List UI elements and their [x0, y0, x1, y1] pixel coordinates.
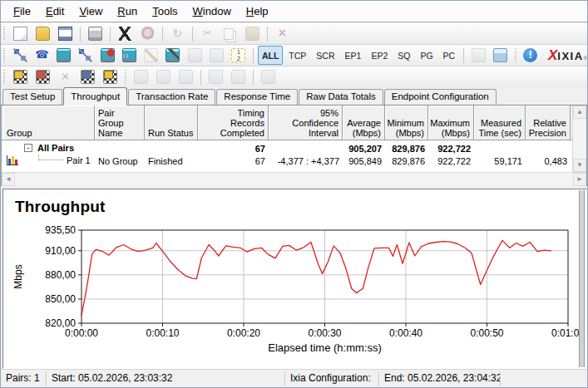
menu-view[interactable]: View: [72, 2, 110, 20]
pair-chart-icon: [7, 155, 18, 165]
group-topology-button[interactable]: [77, 67, 98, 86]
filter-tcp-button[interactable]: TCP: [284, 46, 310, 65]
toolbar-separator: [267, 27, 268, 42]
reorder-list-button[interactable]: [258, 67, 279, 86]
toolbar-groups: [1, 66, 587, 88]
add-test-group-button[interactable]: [10, 67, 31, 86]
filter-ep2-button[interactable]: EP2: [367, 46, 392, 65]
vertical-scrollbar[interactable]: [572, 106, 586, 172]
collapse-toggle[interactable]: -: [24, 144, 32, 152]
tree-connector: [38, 155, 63, 160]
open-icon: [36, 27, 50, 41]
edit-pair-button[interactable]: [141, 46, 161, 65]
horizontal-scrollbar[interactable]: [2, 172, 586, 186]
menu-edit[interactable]: Edit: [38, 2, 72, 20]
gen-icon: [231, 70, 245, 84]
tab-response-time[interactable]: Response Time: [216, 89, 298, 105]
menu-help[interactable]: Help: [239, 2, 276, 20]
show-endpoint-window-button[interactable]: [468, 46, 488, 65]
add-video-pair-button[interactable]: [53, 46, 73, 65]
scroll-down-button[interactable]: [573, 159, 586, 172]
swap-endpoints-button[interactable]: [206, 46, 226, 65]
refresh-run-button[interactable]: [167, 24, 188, 43]
scroll-left-button[interactable]: [2, 173, 15, 186]
add-video-multicast-group-button[interactable]: [97, 46, 117, 65]
horizontal-scroll-track[interactable]: [15, 173, 573, 186]
apply-group-button[interactable]: [175, 67, 196, 86]
y-axis-label: Mbps: [12, 264, 24, 288]
renumber-pairs-button[interactable]: [229, 46, 249, 65]
open-test-button[interactable]: [32, 24, 53, 43]
run-icon: [118, 27, 132, 41]
tab-endpoint-configuration[interactable]: Endpoint Configuration: [384, 89, 497, 105]
group-schedule-button[interactable]: [100, 67, 121, 86]
filter-scr-button[interactable]: SCR: [312, 46, 338, 65]
group-label: All Pairs: [37, 143, 74, 153]
menu-file[interactable]: File: [6, 2, 38, 20]
menu-run[interactable]: Run: [110, 2, 145, 20]
table-row-pair-1[interactable]: Pair 1No GroupFinished67-4,377 : +4,3779…: [2, 155, 586, 167]
edit-run-options-button[interactable]: [163, 46, 183, 65]
swap-group-button[interactable]: [131, 67, 151, 86]
column-header-relative_precision: Relative Precision: [526, 106, 571, 140]
view-tabs: Test SetupThroughputTransaction RateResp…: [1, 87, 587, 106]
add-voip-pair-button[interactable]: [32, 46, 52, 65]
filter-ep1-button[interactable]: EP1: [341, 46, 366, 65]
cell-minimum: 829,876: [385, 144, 428, 154]
column-header-average: Average (Mbps): [343, 106, 385, 140]
vertical-scroll-track[interactable]: [573, 119, 586, 159]
filter-all-button[interactable]: ALL: [258, 46, 283, 65]
cut-button[interactable]: [197, 24, 218, 43]
toolbar-separator: [80, 27, 81, 42]
stop-test-button[interactable]: [137, 24, 158, 43]
new-test-button[interactable]: [10, 24, 31, 43]
filter-pc-button[interactable]: PC: [439, 46, 460, 65]
tab-transaction-rate[interactable]: Transaction Rate: [128, 89, 215, 105]
copy-button[interactable]: [220, 24, 240, 43]
chk-icon: [103, 70, 117, 84]
scroll-right-button[interactable]: [573, 173, 586, 186]
add-hardware-pair-button[interactable]: [119, 46, 139, 65]
delete-button[interactable]: [272, 24, 293, 43]
x-tick-label: 0:00:10: [146, 327, 179, 339]
table-row-all-pairs[interactable]: -All Pairs67905,207829,876922,722: [2, 142, 586, 155]
stop-icon: [141, 27, 155, 41]
resize-group-button[interactable]: [153, 67, 174, 86]
pen-tv-icon: [166, 48, 180, 62]
toolbar-separator: [463, 48, 464, 63]
status-pairs: Pairs: 1: [1, 370, 46, 387]
tv-fast-icon: [122, 48, 136, 62]
scroll-up-button[interactable]: [573, 106, 586, 119]
status-end: End: 05.02.2026, 23:04:32: [379, 370, 500, 387]
tab-test-setup[interactable]: Test Setup: [2, 89, 62, 105]
tab-raw-data-totals[interactable]: Raw Data Totals: [299, 89, 383, 105]
delete-test-group-button[interactable]: [55, 67, 76, 86]
add-pair-button[interactable]: [10, 46, 30, 65]
menu-tools[interactable]: Tools: [145, 2, 185, 20]
filter-pg-button[interactable]: PG: [416, 46, 437, 65]
gen-icon: [134, 70, 148, 84]
unlink-pairs-button[interactable]: [228, 67, 249, 86]
edit-test-group-button[interactable]: [32, 67, 53, 86]
save-test-button[interactable]: [55, 24, 76, 43]
print-button[interactable]: [85, 24, 106, 43]
cell-minimum: 829,876: [385, 156, 428, 166]
column-header-group: Group: [3, 106, 95, 140]
link-pairs-button[interactable]: [205, 67, 226, 86]
replicate-pair-button[interactable]: [185, 46, 205, 65]
add-multicast-group-button[interactable]: [76, 46, 96, 65]
gen-icon: [156, 70, 170, 84]
about-info-button[interactable]: [521, 46, 541, 65]
cell-timing_records: 67: [198, 144, 269, 154]
run-test-button[interactable]: [115, 24, 136, 43]
x-tick-label: 0:00:30: [308, 327, 341, 339]
menu-window[interactable]: Window: [185, 2, 239, 20]
paste-button[interactable]: [242, 24, 263, 43]
toolbar-separator: [253, 48, 254, 63]
launch-endpoint-button[interactable]: [490, 46, 510, 65]
chart-scrollbar[interactable]: [579, 190, 585, 367]
toolbar-separator: [125, 70, 126, 85]
tab-throughput[interactable]: Throughput: [63, 87, 127, 106]
filter-sq-button[interactable]: SQ: [393, 46, 414, 65]
y-tick-label: 910,00: [45, 245, 76, 257]
